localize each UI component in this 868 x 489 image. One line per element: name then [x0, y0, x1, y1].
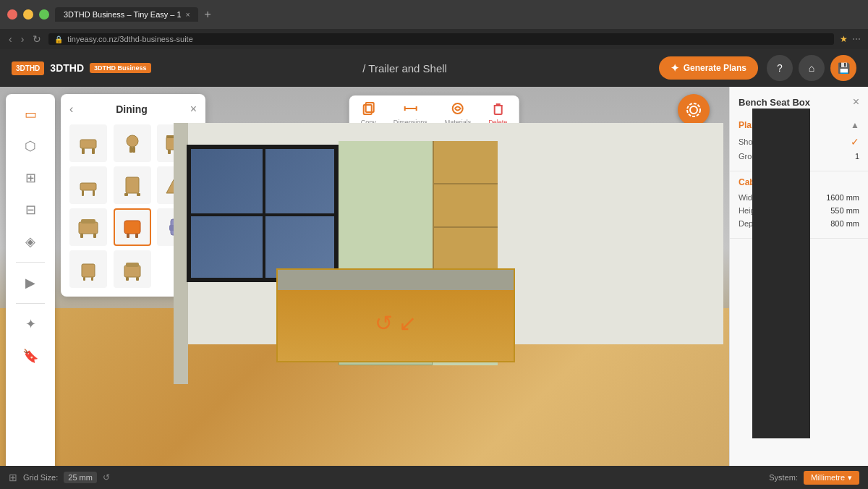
- unit-btn[interactable]: Millimetre ▾: [804, 471, 859, 485]
- left-wall-edge: [174, 123, 188, 384]
- svg-rect-10: [80, 183, 96, 190]
- active-tab[interactable]: 3DTHD Business – Tiny Easy – 1 ×: [55, 7, 198, 22]
- toolbar-materials[interactable]: Materials: [445, 101, 472, 126]
- sidebar-icon-layer[interactable]: ▭: [16, 100, 45, 129]
- nav-icons: ★ ⋯: [840, 34, 861, 44]
- furniture-item-4[interactable]: [114, 166, 151, 204]
- furniture-panel-header: ‹ Dining ×: [69, 103, 197, 116]
- svg-rect-15: [137, 193, 140, 196]
- tab-close-btn[interactable]: ×: [186, 11, 190, 19]
- right-group-number-value: 1: [855, 152, 859, 161]
- toolbar-dimensions[interactable]: Dimensions: [393, 101, 427, 126]
- sidebar-icon-3d[interactable]: ⬡: [16, 132, 45, 161]
- win-max[interactable]: +: [39, 9, 49, 20]
- camera-view-btn[interactable]: [678, 94, 710, 126]
- right-width-value: 1600 mm: [826, 193, 859, 202]
- svg-rect-17: [79, 222, 98, 234]
- address-bar[interactable]: 🔒 tinyeasy.co.nz/3dthd-business-suite: [48, 33, 834, 45]
- svg-rect-11: [82, 190, 84, 196]
- furniture-item-0[interactable]: [69, 124, 107, 162]
- right-height-value: 550 mm: [830, 206, 859, 215]
- logo-area: 3DTHD 3DTHD 3DTHD Business: [12, 61, 151, 75]
- save-icon[interactable]: 💾: [830, 55, 856, 81]
- browser-tabs: 3DTHD Business – Tiny Easy – 1 × +: [55, 7, 214, 22]
- furniture-item-9[interactable]: [69, 250, 107, 288]
- bottom-bar: ⊞ Grid Size: 25 mm ↺ System: Millimetre …: [0, 466, 868, 489]
- generate-plans-button[interactable]: Generate Plans: [659, 56, 758, 80]
- win-min[interactable]: –: [23, 9, 33, 20]
- shelf-1: [434, 141, 498, 184]
- svg-rect-0: [80, 140, 96, 148]
- toolbar-delete[interactable]: Delete: [488, 101, 507, 126]
- sidebar-divider-2: [16, 303, 45, 304]
- right-plan-settings-toggle[interactable]: ▲: [851, 120, 859, 130]
- toolbar-copy[interactable]: Copy: [361, 101, 376, 126]
- unit-chevron-icon: ▾: [848, 473, 852, 482]
- shelf-2: [434, 184, 498, 228]
- sidebar-icon-minus[interactable]: ⊟: [16, 195, 45, 224]
- svg-rect-12: [93, 190, 95, 196]
- browser-nav: ‹ › ↻ 🔒 tinyeasy.co.nz/3dthd-business-su…: [0, 29, 868, 49]
- sidebar-icon-grid[interactable]: ⊞: [16, 163, 45, 192]
- topbar: 3DTHD 3DTHD 3DTHD Business / Trailer and…: [0, 49, 868, 87]
- tab-title: 3DTHD Business – Tiny Easy – 1: [64, 10, 182, 19]
- svg-rect-39: [494, 106, 501, 114]
- extensions-icon[interactable]: ⋯: [852, 34, 861, 44]
- reset-btn[interactable]: ↺: [103, 472, 110, 482]
- svg-rect-4: [129, 147, 132, 153]
- furniture-item-1[interactable]: [114, 124, 151, 162]
- svg-rect-22: [127, 234, 129, 238]
- business-badge: 3DTHD Business: [90, 63, 151, 73]
- right-panel-close-btn[interactable]: ×: [853, 95, 859, 109]
- grid-size-label: Grid Size:: [23, 473, 58, 482]
- bookmark-icon[interactable]: ★: [840, 34, 848, 44]
- svg-rect-29: [124, 265, 140, 277]
- app-container: 3DTHD 3DTHD 3DTHD Business / Trailer and…: [0, 49, 868, 489]
- browser-chrome: × – + 3DTHD Business – Tiny Easy – 1 × +: [0, 0, 868, 29]
- brand-name: 3DTHD: [50, 62, 84, 74]
- win-close[interactable]: ×: [7, 9, 17, 20]
- sidebar-icon-diamond[interactable]: ◈: [16, 227, 45, 256]
- svg-point-40: [690, 106, 697, 114]
- svg-rect-19: [93, 234, 96, 238]
- sidebar-icon-bulb[interactable]: ✦: [16, 310, 45, 339]
- svg-rect-7: [168, 150, 171, 154]
- furniture-panel-back-btn[interactable]: ‹: [69, 103, 73, 116]
- svg-rect-18: [80, 234, 83, 238]
- refresh-btn[interactable]: ↻: [31, 33, 43, 45]
- sidebar-icon-stairs[interactable]: ▶: [16, 268, 45, 297]
- svg-rect-13: [126, 177, 139, 193]
- url-text: tinyeasy.co.nz/3dthd-business-suite: [67, 35, 192, 43]
- furniture-item-6[interactable]: [69, 208, 107, 246]
- topbar-icons: ? ⌂ 💾: [767, 55, 856, 81]
- svg-rect-30: [126, 263, 139, 267]
- furniture-item-7[interactable]: [114, 208, 151, 246]
- add-tab-btn[interactable]: +: [201, 8, 213, 21]
- svg-rect-34: [365, 103, 373, 112]
- furniture-item-10[interactable]: [114, 250, 151, 288]
- right-panel-title: Bench Seat Box: [739, 97, 810, 108]
- svg-rect-32: [136, 277, 139, 281]
- window-divider-v: [263, 145, 265, 282]
- sidebar-icon-bookmark[interactable]: 🔖: [16, 341, 45, 370]
- svg-rect-33: [363, 105, 371, 114]
- furniture-item-3[interactable]: [69, 166, 107, 204]
- help-icon[interactable]: ?: [767, 55, 793, 81]
- svg-rect-20: [81, 219, 95, 224]
- cabinet-shelf-right: [433, 141, 498, 271]
- svg-rect-21: [124, 221, 140, 234]
- system-label: System:: [769, 473, 798, 482]
- bench-seat-box[interactable]: ↺ ↙: [276, 268, 515, 362]
- logo-text: 3DTHD: [16, 64, 40, 72]
- home-icon[interactable]: ⌂: [799, 55, 825, 81]
- grid-icon: ⊞: [9, 472, 17, 483]
- forward-btn[interactable]: ›: [20, 33, 26, 45]
- left-sidebar: ▭ ⬡ ⊞ ⊟ ◈ ▶ ✦ 🔖: [6, 94, 55, 482]
- svg-rect-31: [126, 277, 129, 281]
- logo-box: 3DTHD: [12, 61, 44, 75]
- unit-label: Millimetre: [811, 473, 845, 482]
- svg-rect-27: [83, 277, 85, 281]
- bench-move-arrows: ↺ ↙: [278, 270, 514, 361]
- furniture-panel-close-btn[interactable]: ×: [190, 103, 197, 116]
- back-btn[interactable]: ‹: [7, 33, 14, 45]
